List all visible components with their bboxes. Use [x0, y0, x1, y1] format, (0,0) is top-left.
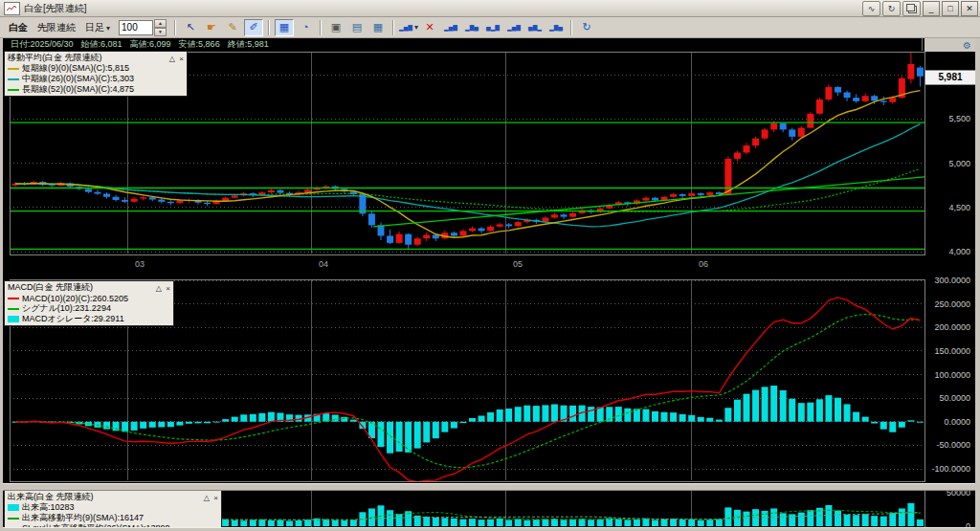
ma-legend: 移動平均(白金 先限連続) △ × 短期線(9)(0)(SMA)(C):5,81…	[4, 51, 188, 97]
macd-histogram-bar	[515, 407, 522, 422]
volume-bar	[423, 517, 430, 526]
legend-close-button[interactable]: ×	[166, 284, 170, 293]
chart-layout-4-icon[interactable]: ▂▅▇	[504, 19, 523, 36]
macd-histogram-bar	[222, 419, 229, 422]
macd-histogram-bar	[871, 422, 878, 424]
settings-wrench-icon[interactable]: ⚙	[963, 40, 971, 51]
volume-bar	[523, 520, 530, 526]
chart-layout-3-icon[interactable]: ▅▂▇	[483, 19, 502, 36]
candle	[49, 185, 56, 186]
volume-bar	[350, 520, 357, 526]
grid-large-icon[interactable]: ▦	[368, 19, 388, 36]
macd-histogram-bar	[706, 418, 713, 422]
chart-layout-6-icon[interactable]: ▂▇▅	[546, 19, 566, 36]
pencil-icon[interactable]: ✎	[223, 19, 242, 36]
candle	[94, 192, 100, 194]
maximize-button[interactable]: □	[942, 1, 959, 16]
candle	[85, 188, 92, 191]
refresh-icon[interactable]: ↻	[577, 19, 596, 36]
macd-histogram-bar	[250, 414, 256, 422]
volume-bar	[341, 520, 347, 526]
volume-bar	[533, 520, 540, 526]
chart-layout-1-icon[interactable]: ▂▅▇	[441, 19, 460, 36]
macd-axis-label: 300.0000	[926, 276, 970, 285]
chart-settings-icon[interactable]: ▦	[275, 19, 294, 36]
brush-icon[interactable]: ✐	[244, 19, 263, 36]
window-titlebar[interactable]: 白金[先限連続] ∿ ↻ _ □ ✕	[0, 0, 980, 17]
macd-histogram-bar	[258, 413, 265, 422]
macd-histogram-bar	[880, 422, 887, 430]
volume-bar	[825, 505, 832, 526]
macd-histogram-bar	[396, 422, 403, 452]
spin-down-button[interactable]: ▼	[154, 28, 167, 36]
symbol-menu[interactable]: 白金	[9, 21, 28, 34]
macd-histogram-bar	[158, 422, 165, 428]
calendar-icon[interactable]: ▣	[326, 19, 345, 36]
volume-bar	[706, 520, 713, 526]
panel-splitter[interactable]	[0, 483, 980, 491]
layers-icon[interactable]	[902, 1, 921, 16]
legend-close-button[interactable]: ×	[179, 55, 184, 63]
candle	[734, 152, 741, 158]
volume-bar	[497, 519, 503, 526]
macd-histogram-bar	[469, 418, 476, 422]
sma-short-line	[15, 91, 921, 238]
macd-histogram-bar	[588, 407, 594, 422]
volume-bar	[724, 507, 731, 526]
macd-histogram-bar	[232, 417, 238, 422]
candle	[688, 193, 695, 196]
status-close: 終値:5,981	[228, 38, 269, 51]
candle	[917, 68, 924, 77]
hand-icon[interactable]: ☛	[202, 19, 221, 36]
volume-bar	[441, 518, 448, 526]
volume-bar	[579, 519, 586, 526]
bar-style-icon[interactable]: ▂▅▇▾	[399, 19, 418, 36]
period-dropdown[interactable]: 日足▾	[85, 21, 110, 34]
macd-histogram-bar	[825, 395, 832, 422]
legend-item-label: MACDオシレータ:29.2911	[22, 313, 124, 325]
grid-small-icon[interactable]: ▤	[347, 19, 367, 36]
legend-close-button[interactable]: ×	[213, 494, 218, 502]
rotate-icon[interactable]: ↻	[882, 1, 901, 16]
sma-mid-swatch	[8, 78, 19, 80]
minimize-button[interactable]: _	[923, 1, 940, 16]
candle	[387, 235, 393, 242]
macd-histogram-bar	[862, 417, 869, 422]
sma-long-line	[15, 169, 921, 212]
contract-menu[interactable]: 先限連続	[37, 21, 76, 34]
clock-icon[interactable]: ◔	[296, 19, 315, 36]
cursor-icon[interactable]: ↖	[181, 19, 200, 36]
spin-up-button[interactable]: ▲	[154, 19, 167, 28]
app-chart-logo-icon	[4, 2, 20, 15]
link-icon[interactable]: ∿	[862, 1, 880, 16]
toolbar: 白金 先限連続 日足▾ ▲ ▼ ↖☛✎✐▦◔▣▤▦▂▅▇▾✕▂▅▇▂▇▅▅▂▇▂…	[0, 17, 980, 38]
macd-histogram-bar	[780, 390, 787, 422]
candle	[762, 129, 768, 138]
macd-histogram-bar	[807, 403, 813, 422]
macd-histogram-bar	[615, 407, 622, 422]
candle	[652, 198, 658, 201]
chart-layout-2-icon[interactable]: ▂▇▅	[462, 19, 481, 36]
candle	[807, 114, 813, 128]
delete-icon[interactable]: ✕	[420, 19, 439, 36]
chart-layout-5-icon[interactable]: ▅▇▂	[525, 19, 545, 36]
close-button[interactable]: ✕	[961, 1, 978, 16]
macd-histogram-bar	[497, 409, 503, 422]
chevron-down-icon: ▾	[106, 24, 110, 33]
volume-bar	[268, 520, 275, 526]
macd-histogram-bar	[844, 404, 851, 421]
volume-bar	[862, 514, 869, 526]
bar-count-input[interactable]	[119, 20, 153, 35]
macd-histogram-bar	[816, 399, 823, 421]
axis-settings-chip: ⚙	[924, 38, 975, 52]
window-title: 白金[先限連続]	[24, 2, 87, 15]
macd-histogram-bar	[378, 422, 385, 447]
legend-collapse-button[interactable]: △	[204, 494, 210, 502]
legend-collapse-button[interactable]: △	[169, 55, 175, 63]
macd-histogram-bar	[853, 412, 859, 422]
macd-histogram-bar	[350, 420, 357, 422]
legend-collapse-button[interactable]: △	[156, 284, 162, 293]
macd-histogram-bar	[724, 408, 731, 421]
volume-bar	[652, 520, 658, 526]
macd-histogram-bar	[341, 417, 347, 422]
